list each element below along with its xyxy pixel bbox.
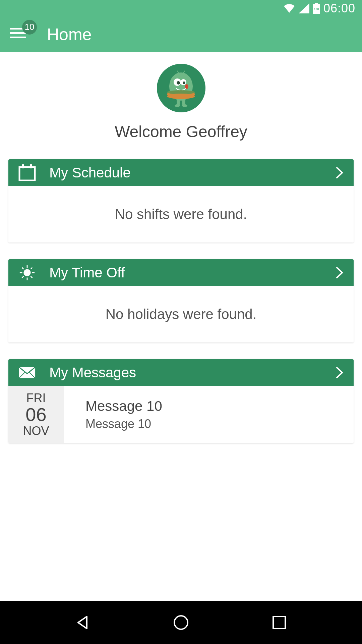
sun-icon [18,264,36,281]
message-content: Message 10 Message 10 [64,386,354,443]
message-item[interactable]: FRI 06 NOV Message 10 Message 10 [8,386,354,443]
home-button[interactable] [171,612,191,633]
menu-button[interactable]: 10 [10,28,27,41]
schedule-body: No shifts were found. [8,186,354,243]
status-bar: 100 06:00 [0,0,362,17]
messages-card: My Messages FRI 06 NOV Message 10 Messag… [8,359,354,443]
timeoff-empty-text: No holidays were found. [106,306,257,322]
message-day-num: 06 [25,405,46,424]
chevron-right-icon [336,366,344,379]
svg-point-10 [183,82,185,84]
svg-point-9 [177,81,180,85]
android-nav-bar [0,601,362,644]
svg-rect-20 [22,164,24,168]
schedule-header[interactable]: My Schedule [8,159,354,186]
app-bar: 10 Home [0,17,362,52]
svg-point-18 [182,104,187,107]
svg-point-11 [185,84,188,89]
welcome-text: Welcome Geoffrey [115,122,247,141]
back-button[interactable] [73,612,93,633]
avatar-section: Welcome Geoffrey [115,64,247,141]
svg-point-22 [23,269,31,276]
message-month: NOV [23,424,49,438]
svg-line-30 [31,268,33,269]
svg-rect-33 [273,616,285,629]
chevron-right-icon [336,166,344,179]
timeoff-header[interactable]: My Time Off [8,259,354,286]
recent-apps-button[interactable] [269,612,289,633]
schedule-empty-text: No shifts were found. [115,206,247,222]
timeoff-body: No holidays were found. [8,286,354,342]
svg-point-14 [167,94,195,99]
timeoff-title: My Time Off [49,265,322,281]
message-date-box: FRI 06 NOV [8,386,64,443]
svg-line-29 [22,276,24,278]
content-area: Welcome Geoffrey My Schedule No shifts w… [0,52,362,601]
svg-point-17 [175,104,180,107]
messages-title: My Messages [49,365,322,381]
wifi-icon [283,3,295,13]
battery-icon: 100 [313,3,320,14]
notification-badge: 10 [22,20,37,35]
status-time: 06:00 [323,1,355,15]
svg-line-27 [22,268,24,269]
chevron-right-icon [336,266,344,279]
signal-icon [299,3,309,13]
svg-line-5 [177,71,179,73]
svg-rect-21 [30,164,32,168]
calendar-icon [18,164,36,181]
svg-line-28 [31,276,33,278]
svg-rect-1 [315,3,318,4]
schedule-title: My Schedule [49,165,322,181]
messages-header[interactable]: My Messages [8,359,354,386]
svg-line-6 [183,71,185,73]
svg-rect-19 [19,167,35,180]
mail-icon [18,364,36,381]
schedule-card: My Schedule No shifts were found. [8,159,354,243]
svg-point-32 [174,616,188,629]
svg-text:100: 100 [314,7,319,11]
timeoff-card: My Time Off No holidays were found. [8,259,354,342]
message-title: Message 10 [85,398,332,414]
message-day-of-week: FRI [26,391,46,405]
avatar [157,64,205,112]
page-title: Home [47,25,92,44]
message-subtitle: Message 10 [85,417,332,431]
